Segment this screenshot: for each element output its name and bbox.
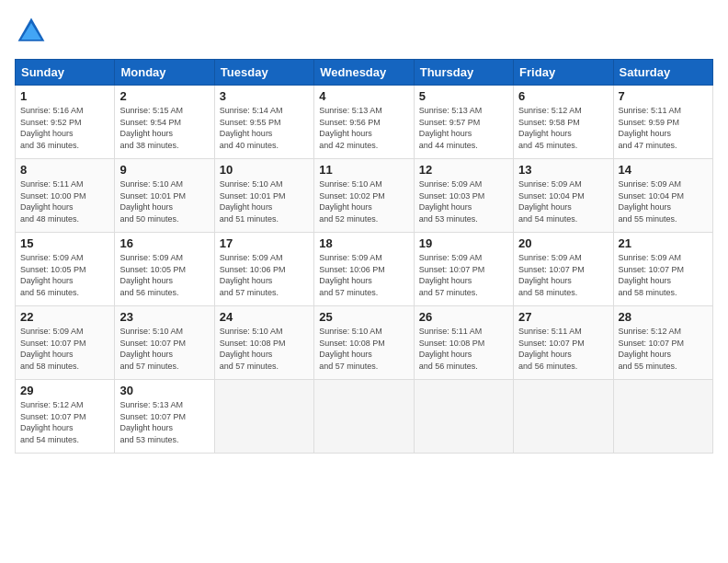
calendar: Sunday Monday Tuesday Wednesday Thursday… <box>15 59 713 454</box>
col-monday: Monday <box>115 60 214 86</box>
day-info: Sunrise: 5:09 AMSunset: 10:06 PMDaylight… <box>319 252 408 298</box>
day-cell-8: 8Sunrise: 5:11 AMSunset: 10:00 PMDayligh… <box>16 159 115 233</box>
day-cell-9: 9Sunrise: 5:10 AMSunset: 10:01 PMDayligh… <box>115 159 214 233</box>
logo-icon <box>15 15 48 48</box>
day-number: 15 <box>20 236 109 250</box>
day-info: Sunrise: 5:13 AMSunset: 9:56 PMDaylight … <box>319 105 408 151</box>
empty-cell <box>514 380 613 454</box>
day-info: Sunrise: 5:09 AMSunset: 10:05 PMDaylight… <box>119 252 209 298</box>
day-info: Sunrise: 5:09 AMSunset: 10:04 PMDaylight… <box>518 178 608 224</box>
day-info: Sunrise: 5:09 AMSunset: 10:07 PMDaylight… <box>419 252 508 298</box>
day-cell-6: 6Sunrise: 5:12 AMSunset: 9:58 PMDaylight… <box>514 86 613 159</box>
day-cell-30: 30Sunrise: 5:13 AMSunset: 10:07 PMDaylig… <box>115 380 214 454</box>
day-cell-21: 21Sunrise: 5:09 AMSunset: 10:07 PMDaylig… <box>613 233 712 306</box>
day-info: Sunrise: 5:09 AMSunset: 10:07 PMDaylight… <box>20 326 109 372</box>
week-row-1: 1Sunrise: 5:16 AMSunset: 9:52 PMDaylight… <box>16 86 713 159</box>
day-cell-5: 5Sunrise: 5:13 AMSunset: 9:57 PMDaylight… <box>414 86 513 159</box>
day-number: 23 <box>119 310 209 324</box>
day-cell-3: 3Sunrise: 5:14 AMSunset: 9:55 PMDaylight… <box>214 86 313 159</box>
day-number: 30 <box>119 384 209 397</box>
page-header <box>15 15 713 48</box>
day-info: Sunrise: 5:10 AMSunset: 10:01 PMDaylight… <box>119 178 209 224</box>
day-number: 1 <box>20 89 109 103</box>
day-number: 25 <box>319 310 408 324</box>
day-cell-24: 24Sunrise: 5:10 AMSunset: 10:08 PMDaylig… <box>214 306 313 380</box>
day-number: 8 <box>20 163 109 177</box>
day-info: Sunrise: 5:12 AMSunset: 10:07 PMDaylight… <box>619 326 708 372</box>
week-row-3: 15Sunrise: 5:09 AMSunset: 10:05 PMDaylig… <box>16 233 713 306</box>
day-cell-23: 23Sunrise: 5:10 AMSunset: 10:07 PMDaylig… <box>115 306 214 380</box>
day-number: 9 <box>119 163 209 177</box>
day-info: Sunrise: 5:13 AMSunset: 9:57 PMDaylight … <box>419 105 508 151</box>
day-cell-28: 28Sunrise: 5:12 AMSunset: 10:07 PMDaylig… <box>613 306 712 380</box>
col-saturday: Saturday <box>613 60 712 86</box>
day-info: Sunrise: 5:12 AMSunset: 9:58 PMDaylight … <box>518 105 608 151</box>
day-info: Sunrise: 5:16 AMSunset: 9:52 PMDaylight … <box>20 105 109 151</box>
day-info: Sunrise: 5:10 AMSunset: 10:02 PMDaylight… <box>319 178 408 224</box>
day-info: Sunrise: 5:10 AMSunset: 10:08 PMDaylight… <box>220 326 309 372</box>
day-number: 14 <box>619 163 708 177</box>
day-cell-14: 14Sunrise: 5:09 AMSunset: 10:04 PMDaylig… <box>613 159 712 233</box>
day-number: 6 <box>518 89 608 103</box>
day-info: Sunrise: 5:12 AMSunset: 10:07 PMDaylight… <box>20 399 109 445</box>
day-number: 27 <box>518 310 608 324</box>
col-tuesday: Tuesday <box>214 60 313 86</box>
day-number: 11 <box>319 163 408 177</box>
day-number: 19 <box>419 236 508 250</box>
day-number: 4 <box>319 89 408 103</box>
day-info: Sunrise: 5:14 AMSunset: 9:55 PMDaylight … <box>220 105 309 151</box>
day-number: 16 <box>119 236 209 250</box>
day-cell-26: 26Sunrise: 5:11 AMSunset: 10:08 PMDaylig… <box>414 306 513 380</box>
day-info: Sunrise: 5:10 AMSunset: 10:07 PMDaylight… <box>119 326 209 372</box>
day-number: 24 <box>220 310 309 324</box>
empty-cell <box>214 380 313 454</box>
calendar-body: 1Sunrise: 5:16 AMSunset: 9:52 PMDaylight… <box>16 86 713 454</box>
col-wednesday: Wednesday <box>314 60 414 86</box>
day-info: Sunrise: 5:11 AMSunset: 9:59 PMDaylight … <box>619 105 708 151</box>
day-cell-2: 2Sunrise: 5:15 AMSunset: 9:54 PMDaylight… <box>115 86 214 159</box>
day-info: Sunrise: 5:15 AMSunset: 9:54 PMDaylight … <box>119 105 209 151</box>
day-number: 18 <box>319 236 408 250</box>
calendar-header-row: Sunday Monday Tuesday Wednesday Thursday… <box>16 60 713 86</box>
day-number: 17 <box>220 236 309 250</box>
day-cell-29: 29Sunrise: 5:12 AMSunset: 10:07 PMDaylig… <box>16 380 115 454</box>
day-cell-4: 4Sunrise: 5:13 AMSunset: 9:56 PMDaylight… <box>314 86 414 159</box>
day-info: Sunrise: 5:09 AMSunset: 10:07 PMDaylight… <box>518 252 608 298</box>
day-cell-27: 27Sunrise: 5:11 AMSunset: 10:07 PMDaylig… <box>514 306 613 380</box>
day-info: Sunrise: 5:10 AMSunset: 10:08 PMDaylight… <box>319 326 408 372</box>
day-number: 21 <box>619 236 708 250</box>
day-number: 29 <box>20 384 109 397</box>
day-cell-17: 17Sunrise: 5:09 AMSunset: 10:06 PMDaylig… <box>214 233 313 306</box>
empty-cell <box>314 380 414 454</box>
day-cell-12: 12Sunrise: 5:09 AMSunset: 10:03 PMDaylig… <box>414 159 513 233</box>
day-number: 26 <box>419 310 508 324</box>
day-cell-16: 16Sunrise: 5:09 AMSunset: 10:05 PMDaylig… <box>115 233 214 306</box>
day-number: 7 <box>619 89 708 103</box>
logo <box>15 15 53 48</box>
day-cell-1: 1Sunrise: 5:16 AMSunset: 9:52 PMDaylight… <box>16 86 115 159</box>
day-cell-7: 7Sunrise: 5:11 AMSunset: 9:59 PMDaylight… <box>613 86 712 159</box>
day-cell-22: 22Sunrise: 5:09 AMSunset: 10:07 PMDaylig… <box>16 306 115 380</box>
day-info: Sunrise: 5:11 AMSunset: 10:00 PMDaylight… <box>20 178 109 224</box>
day-number: 12 <box>419 163 508 177</box>
day-cell-18: 18Sunrise: 5:09 AMSunset: 10:06 PMDaylig… <box>314 233 414 306</box>
day-number: 10 <box>220 163 309 177</box>
day-number: 20 <box>518 236 608 250</box>
day-number: 2 <box>119 89 209 103</box>
day-number: 5 <box>419 89 508 103</box>
day-info: Sunrise: 5:09 AMSunset: 10:03 PMDaylight… <box>419 178 508 224</box>
week-row-2: 8Sunrise: 5:11 AMSunset: 10:00 PMDayligh… <box>16 159 713 233</box>
day-cell-13: 13Sunrise: 5:09 AMSunset: 10:04 PMDaylig… <box>514 159 613 233</box>
day-number: 28 <box>619 310 708 324</box>
day-cell-11: 11Sunrise: 5:10 AMSunset: 10:02 PMDaylig… <box>314 159 414 233</box>
day-info: Sunrise: 5:09 AMSunset: 10:05 PMDaylight… <box>20 252 109 298</box>
day-info: Sunrise: 5:09 AMSunset: 10:07 PMDaylight… <box>619 252 708 298</box>
day-cell-19: 19Sunrise: 5:09 AMSunset: 10:07 PMDaylig… <box>414 233 513 306</box>
day-cell-20: 20Sunrise: 5:09 AMSunset: 10:07 PMDaylig… <box>514 233 613 306</box>
day-cell-15: 15Sunrise: 5:09 AMSunset: 10:05 PMDaylig… <box>16 233 115 306</box>
empty-cell <box>613 380 712 454</box>
day-cell-25: 25Sunrise: 5:10 AMSunset: 10:08 PMDaylig… <box>314 306 414 380</box>
day-info: Sunrise: 5:13 AMSunset: 10:07 PMDaylight… <box>119 399 209 445</box>
day-number: 13 <box>518 163 608 177</box>
week-row-4: 22Sunrise: 5:09 AMSunset: 10:07 PMDaylig… <box>16 306 713 380</box>
